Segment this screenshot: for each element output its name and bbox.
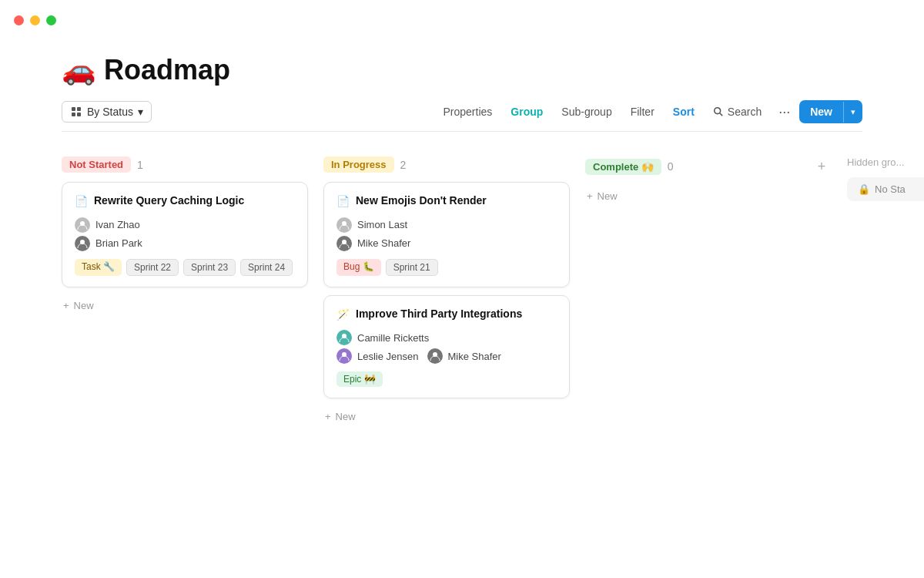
tag-epic: Epic 🚧: [336, 371, 383, 387]
col-count-not-started: 1: [137, 159, 143, 171]
column-header-complete: Complete 🙌 0 +: [585, 156, 832, 176]
add-new-in-progress[interactable]: + New: [323, 408, 570, 425]
traffic-light-yellow[interactable]: [30, 15, 40, 25]
card-icon: 🪄: [336, 307, 350, 323]
hidden-group-status: No Sta: [875, 183, 906, 195]
tag-sprint-24: Sprint 24: [240, 259, 293, 276]
avatar: [336, 330, 352, 345]
hidden-group-col: Hidden gro... 🔒 No Sta: [847, 156, 924, 578]
person-name: Brian Park: [95, 237, 142, 249]
avatar: [336, 217, 352, 233]
card-people: Simon Last Mike Shafer: [336, 217, 557, 251]
card-rewrite-query: 📄 Rewrite Query Caching Logic Ivan Zhao …: [62, 182, 308, 287]
hidden-group-label: Hidden gro...: [847, 156, 904, 168]
subgroup-button[interactable]: Sub-group: [554, 102, 619, 122]
new-button-caret[interactable]: ▾: [843, 102, 862, 123]
add-new-label: New: [598, 190, 618, 202]
card-title: 📄 New Emojis Don't Render: [336, 193, 557, 210]
card-improve-integrations: 🪄 Improve Third Party Integrations Camil…: [323, 295, 570, 399]
add-complete-button[interactable]: +: [812, 156, 832, 176]
sort-button[interactable]: Sort: [665, 102, 702, 122]
group-button[interactable]: Group: [503, 102, 551, 122]
card-person: Simon Last: [336, 217, 557, 233]
add-new-not-started[interactable]: + New: [62, 297, 308, 314]
page-title: 🚗 Roadmap: [62, 54, 862, 86]
card-title-text: Rewrite Query Caching Logic: [94, 193, 244, 209]
col-count-complete: 0: [668, 160, 674, 173]
card-people: Camille Ricketts Leslie Jensen Mike Shaf…: [336, 330, 557, 364]
avatar: [336, 236, 352, 251]
person-name: Mike Shafer: [357, 237, 410, 249]
lock-icon: 🔒: [858, 183, 870, 195]
new-button-group: New ▾: [799, 100, 862, 123]
search-button[interactable]: Search: [705, 102, 769, 122]
plus-icon: +: [587, 190, 593, 202]
avatar: [75, 217, 90, 233]
tag-sprint-21: Sprint 21: [386, 259, 438, 276]
properties-button[interactable]: Properties: [436, 102, 500, 122]
col-count-in-progress: 2: [400, 159, 407, 171]
person-name: Camille Ricketts: [357, 332, 429, 344]
card-title: 🪄 Improve Third Party Integrations: [336, 307, 557, 323]
column-not-started: Not Started 1 📄 Rewrite Query Caching Lo…: [62, 156, 308, 578]
tag-sprint-23: Sprint 23: [183, 259, 236, 276]
card-icon: 📄: [75, 194, 88, 210]
group-by-button[interactable]: By Status ▾: [62, 101, 152, 123]
status-badge-not-started: Not Started: [62, 156, 131, 173]
search-label: Search: [728, 106, 762, 118]
page-title-emoji: 🚗: [62, 54, 96, 86]
plus-icon: +: [63, 300, 69, 311]
add-new-complete[interactable]: + New: [585, 187, 832, 205]
person-name: Mike Shafer: [448, 351, 501, 362]
page-title-text: Roadmap: [104, 54, 230, 86]
status-badge-complete: Complete 🙌: [585, 159, 661, 175]
tag-bug: Bug 🐛: [336, 259, 381, 276]
traffic-light-green[interactable]: [46, 15, 56, 25]
titlebar: [0, 0, 924, 40]
toolbar-right: Properties Group Sub-group Filter Sort S…: [436, 100, 863, 123]
hidden-group-badge: 🔒 No Sta: [847, 177, 924, 201]
person-name: Leslie Jensen: [357, 351, 419, 362]
search-icon: [713, 106, 724, 117]
group-by-label: By Status: [87, 106, 133, 118]
person-name: Ivan Zhao: [95, 219, 140, 230]
card-people: Ivan Zhao Brian Park: [75, 217, 295, 251]
card-title-text: Improve Third Party Integrations: [356, 307, 522, 322]
card-person: Leslie Jensen Mike Shafer: [336, 348, 557, 364]
svg-line-1: [720, 113, 723, 116]
tag-sprint-22: Sprint 22: [126, 259, 179, 276]
new-button[interactable]: New: [799, 100, 843, 123]
add-new-label: New: [336, 411, 356, 422]
grid-icon: [70, 106, 82, 118]
traffic-light-red[interactable]: [14, 15, 24, 25]
svg-point-0: [715, 108, 721, 114]
toolbar-left: By Status ▾: [62, 101, 434, 123]
card-title: 📄 Rewrite Query Caching Logic: [75, 193, 295, 210]
card-icon: 📄: [336, 194, 350, 210]
filter-button[interactable]: Filter: [623, 102, 662, 122]
column-complete: Complete 🙌 0 + + New: [585, 156, 832, 578]
card-tags: Task 🔧 Sprint 22 Sprint 23 Sprint 24: [75, 259, 295, 276]
avatar: [75, 236, 90, 251]
hidden-group-header: Hidden gro...: [847, 156, 924, 168]
board: Not Started 1 📄 Rewrite Query Caching Lo…: [0, 141, 924, 578]
chevron-down-icon: ▾: [138, 106, 143, 118]
card-person: Ivan Zhao: [75, 217, 295, 233]
page-header: 🚗 Roadmap By Status ▾ Properties Group S…: [0, 40, 924, 141]
tag-task: Task 🔧: [75, 259, 122, 276]
column-header-not-started: Not Started 1: [62, 156, 308, 173]
avatar: [427, 348, 443, 364]
plus-icon: +: [325, 411, 331, 422]
card-new-emojis: 📄 New Emojis Don't Render Simon Last Mik…: [323, 182, 570, 287]
card-person: Mike Shafer: [336, 236, 557, 251]
avatar: [336, 348, 352, 364]
column-in-progress: In Progress 2 📄 New Emojis Don't Render …: [323, 156, 570, 578]
more-options-button[interactable]: ···: [772, 101, 796, 123]
card-tags: Bug 🐛 Sprint 21: [336, 259, 557, 276]
add-new-label: New: [74, 300, 94, 311]
card-title-text: New Emojis Don't Render: [356, 193, 487, 209]
toolbar: By Status ▾ Properties Group Sub-group F…: [62, 100, 862, 132]
card-person: Brian Park: [75, 236, 295, 251]
person-name: Simon Last: [357, 219, 407, 230]
card-tags: Epic 🚧: [336, 371, 557, 387]
